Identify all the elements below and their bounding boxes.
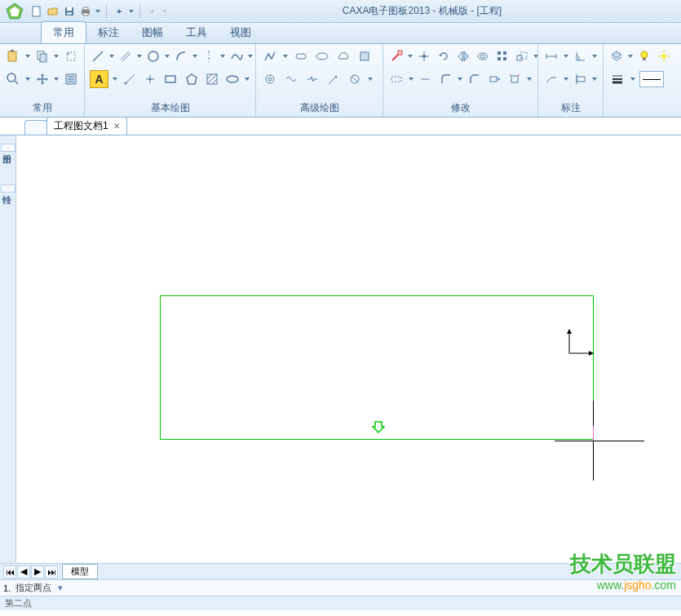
- tab-view[interactable]: 视图: [219, 22, 263, 43]
- undo-dropdown-icon[interactable]: [128, 2, 135, 20]
- dropdown-icon[interactable]: [408, 70, 413, 88]
- stretch-icon[interactable]: [487, 70, 503, 88]
- layer-icon[interactable]: [608, 47, 625, 65]
- gear-icon[interactable]: [261, 70, 279, 88]
- drawing-canvas[interactable]: [16, 135, 681, 563]
- cut-icon[interactable]: [63, 47, 79, 65]
- properties-icon[interactable]: [63, 70, 79, 88]
- mirror-icon[interactable]: [455, 47, 471, 65]
- dropdown-icon[interactable]: [367, 70, 374, 88]
- rotate-icon[interactable]: [436, 47, 452, 65]
- dropdown-icon[interactable]: [192, 47, 197, 65]
- print-icon[interactable]: [78, 4, 93, 19]
- scale-icon[interactable]: [514, 47, 530, 65]
- parallel-icon[interactable]: [117, 47, 134, 65]
- new-file-icon[interactable]: [29, 4, 44, 19]
- dropdown-icon[interactable]: [137, 47, 142, 65]
- tab-tools[interactable]: 工具: [175, 22, 219, 43]
- command-dropdown-icon[interactable]: ▾: [58, 583, 63, 593]
- paste-icon[interactable]: [5, 47, 21, 65]
- centerline-icon[interactable]: [201, 47, 217, 65]
- dropdown-icon[interactable]: [54, 47, 60, 65]
- slot-icon[interactable]: [292, 47, 310, 65]
- dropdown-icon[interactable]: [112, 70, 118, 88]
- ray-icon[interactable]: [122, 70, 139, 88]
- dropdown-icon[interactable]: [563, 70, 568, 88]
- dropdown-icon[interactable]: [24, 70, 30, 88]
- blank-tab[interactable]: [24, 120, 47, 135]
- dropdown-icon[interactable]: [24, 47, 30, 65]
- dropdown-icon[interactable]: [244, 70, 250, 88]
- dim-ordinate-icon[interactable]: [573, 70, 589, 88]
- rectangle-icon[interactable]: [162, 70, 179, 88]
- dropdown-icon[interactable]: [628, 47, 633, 65]
- dropdown-icon[interactable]: [527, 70, 533, 88]
- line-icon[interactable]: [90, 47, 106, 65]
- dropdown-icon[interactable]: [563, 47, 568, 65]
- tab-frame[interactable]: 图幅: [130, 22, 175, 43]
- trim-icon[interactable]: [388, 70, 405, 88]
- dropdown-icon[interactable]: [282, 47, 289, 65]
- region-icon[interactable]: [356, 47, 374, 65]
- polygon-icon[interactable]: [183, 70, 200, 88]
- dropdown-icon[interactable]: [630, 70, 636, 88]
- break-icon[interactable]: [303, 70, 321, 88]
- copy-icon[interactable]: [33, 47, 50, 65]
- qat-dropdown-icon[interactable]: [95, 2, 101, 20]
- undo-icon[interactable]: [112, 4, 126, 19]
- dim-leader-icon[interactable]: [543, 70, 559, 88]
- wave-icon[interactable]: [282, 70, 300, 88]
- dropdown-icon[interactable]: [592, 47, 598, 65]
- sun-icon[interactable]: [656, 47, 672, 65]
- extend-icon[interactable]: [418, 70, 434, 88]
- side-panel-properties[interactable]: 特性: [1, 184, 15, 193]
- dim-linear-icon[interactable]: [543, 47, 559, 65]
- document-tab[interactable]: 工程图文档1 ✕: [46, 117, 127, 135]
- text-icon[interactable]: A: [90, 70, 108, 88]
- hole-icon[interactable]: [346, 70, 364, 88]
- ellipse-icon[interactable]: [223, 70, 241, 88]
- fillet-icon[interactable]: [437, 70, 453, 88]
- dropdown-icon[interactable]: [248, 47, 253, 65]
- tab-common[interactable]: 常用: [41, 21, 86, 43]
- zoom-icon[interactable]: [5, 70, 21, 88]
- lineweight-icon[interactable]: [608, 70, 626, 88]
- spline-icon[interactable]: [228, 47, 245, 65]
- side-panel-library[interactable]: 图册: [1, 144, 15, 152]
- move-icon[interactable]: [416, 47, 432, 65]
- cloud-icon[interactable]: [334, 47, 352, 65]
- close-icon[interactable]: ✕: [113, 122, 120, 131]
- dropdown-icon[interactable]: [458, 70, 463, 88]
- bulb-icon[interactable]: [636, 47, 652, 65]
- dropdown-icon[interactable]: [109, 47, 114, 65]
- dropdown-icon[interactable]: [592, 70, 598, 88]
- erase-icon[interactable]: [388, 47, 405, 65]
- save-icon[interactable]: [62, 4, 77, 19]
- explode-icon[interactable]: [506, 70, 523, 88]
- ellipse2-icon[interactable]: [313, 47, 331, 65]
- circle-icon[interactable]: [145, 47, 161, 65]
- tab-annotate[interactable]: 标注: [86, 22, 130, 43]
- chamfer-icon[interactable]: [467, 70, 483, 88]
- dropdown-icon[interactable]: [54, 70, 60, 88]
- dim-angular-icon[interactable]: [573, 47, 589, 65]
- dropdown-icon[interactable]: [165, 47, 170, 65]
- offset-icon[interactable]: [475, 47, 491, 65]
- nav-last-icon[interactable]: ⏭: [45, 565, 58, 578]
- open-file-icon[interactable]: [46, 4, 60, 19]
- nav-prev-icon[interactable]: ◀: [17, 565, 30, 578]
- hatch-icon[interactable]: [203, 70, 220, 88]
- point-icon[interactable]: [142, 70, 159, 88]
- redo-icon[interactable]: [145, 4, 160, 19]
- polyline-icon[interactable]: [261, 47, 279, 65]
- array-icon[interactable]: [494, 47, 511, 65]
- redo-dropdown-icon[interactable]: [161, 2, 168, 20]
- dropdown-icon[interactable]: [408, 47, 413, 65]
- nav-first-icon[interactable]: ⏮: [3, 565, 16, 578]
- pan-icon[interactable]: [33, 70, 50, 88]
- nav-next-icon[interactable]: ▶: [31, 565, 44, 578]
- linetype-selector[interactable]: [639, 71, 664, 87]
- model-tab[interactable]: 模型: [62, 564, 98, 579]
- arrow-icon[interactable]: [325, 70, 343, 88]
- arc-icon[interactable]: [173, 47, 189, 65]
